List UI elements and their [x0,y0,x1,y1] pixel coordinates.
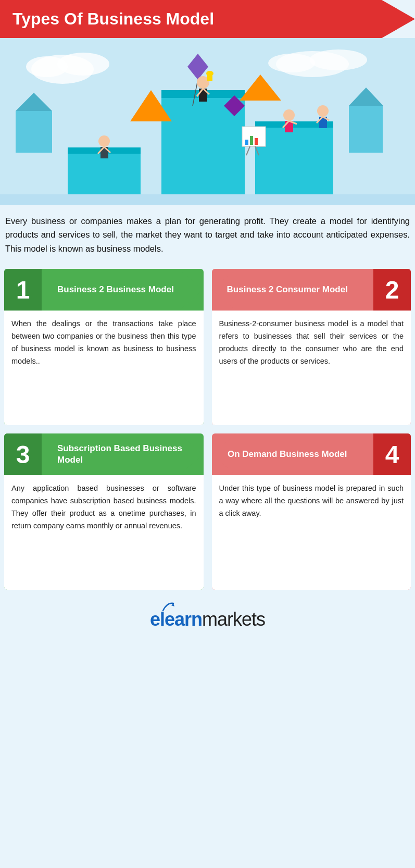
card-4-body: Under this type of business model is pre… [212,475,411,590]
svg-point-5 [310,49,367,70]
logo-learn-wrapper: learn [160,609,202,630]
intro-text-content: Every business or companies makes a plan… [5,214,410,255]
card-4: On Demand Business Model 4 Under this ty… [212,433,411,590]
cards-container: 1 Business 2 Business Model When the dea… [0,261,415,598]
brand-logo: elearnmarkets [150,609,265,630]
card-3-number: 3 [4,433,42,475]
page-title: Types Of Business Model [12,9,403,29]
svg-point-24 [206,71,213,76]
card-2-number: 2 [373,269,411,311]
card-4-number: 4 [373,433,411,475]
svg-rect-13 [255,121,333,200]
svg-rect-47 [0,194,415,205]
svg-point-40 [317,105,329,117]
svg-point-25 [283,109,295,121]
card-2-title-area: Business 2 Consumer Model [212,269,374,311]
card-4-title-area: On Demand Business Model [212,433,374,475]
footer-logo-area: elearnmarkets [0,598,415,643]
card-2: Business 2 Consumer Model 2 Business-2-c… [212,269,411,425]
card-4-header: On Demand Business Model 4 [212,433,411,475]
svg-rect-32 [255,138,258,145]
card-2-title: Business 2 Consumer Model [227,284,348,295]
svg-point-36 [98,135,110,147]
card-3-title-area: Subscription Based Business Model [42,433,204,475]
logo-e: e [150,609,160,630]
card-1-title: Business 2 Business Model [57,284,174,295]
card-4-title: On Demand Business Model [228,449,347,460]
svg-point-6 [268,54,315,72]
svg-rect-30 [245,140,248,145]
card-1-number: 1 [4,269,42,311]
card-2-header: Business 2 Consumer Model 2 [212,269,411,311]
hero-illustration [0,38,415,205]
card-3-body: Any application based businesses or soft… [4,475,204,590]
svg-rect-7 [16,111,52,153]
page-header: Types Of Business Model [0,0,415,38]
svg-rect-9 [349,106,383,153]
intro-paragraph: Every business or companies makes a plan… [0,205,415,261]
hero-image-container [0,38,415,205]
card-1-body: When the dealings or the transactions ta… [4,311,204,425]
logo-arrow-icon [161,601,177,613]
card-3: 3 Subscription Based Business Model Any … [4,433,204,590]
logo-markets-text: markets [202,609,265,630]
card-2-body: Business-2-consumer business model is a … [212,311,411,425]
card-1-header: 1 Business 2 Business Model [4,269,204,311]
card-3-title: Subscription Based Business Model [57,443,198,466]
svg-rect-31 [250,136,253,145]
card-3-header: 3 Subscription Based Business Model [4,433,204,475]
card-1: 1 Business 2 Business Model When the dea… [4,269,204,425]
svg-point-3 [26,56,68,77]
card-1-title-area: Business 2 Business Model [42,269,204,311]
